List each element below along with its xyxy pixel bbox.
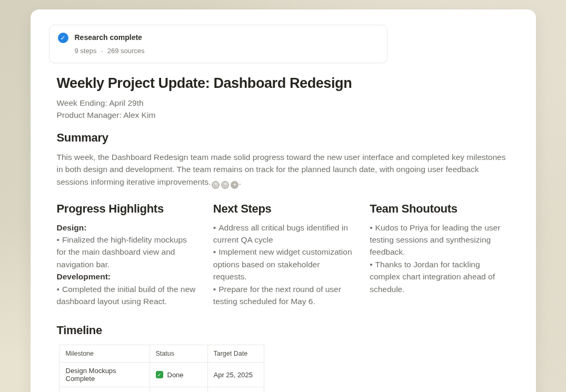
milestone-cell: Initial Dev Build: [59, 387, 150, 392]
steps-count: 9 steps: [75, 47, 97, 55]
bullet-item: •Completed the initial build of the new …: [57, 283, 196, 308]
bullet-marker: •: [213, 285, 216, 294]
status-cell: ✓Done: [150, 387, 207, 392]
bold-label: Design:: [57, 222, 196, 234]
done-check-icon: ✓: [156, 371, 163, 378]
bullet-item: •Prepare for the next round of user test…: [213, 283, 353, 308]
milestone-cell: Design Mockups Complete: [59, 363, 150, 387]
summary-text: This week, the Dashboard Redesign team m…: [57, 153, 506, 186]
bullet-marker: •: [370, 223, 372, 232]
date-cell: Apr 28, 2025: [207, 387, 264, 392]
header-milestone: Milestone: [59, 345, 150, 363]
bold-label: Development:: [57, 270, 196, 283]
table-row: Initial Dev Build ✓Done Apr 28, 2025: [59, 387, 264, 392]
columns-section: Progress Highlights Design: •Finalized t…: [57, 202, 510, 308]
summary-heading: Summary: [57, 130, 510, 145]
table-header-row: Milestone Status Target Date: [59, 345, 264, 363]
next-steps-heading: Next Steps: [213, 202, 353, 216]
header-target-date: Target Date: [207, 345, 264, 363]
header-status: Status: [150, 345, 207, 363]
column-team-shoutouts: Team Shoutouts •Kudos to Priya for leadi…: [370, 202, 509, 308]
date-cell: Apr 25, 2025: [207, 363, 264, 387]
timeline-table: Milestone Status Target Date Design Mock…: [59, 345, 264, 392]
timeline-heading: Timeline: [57, 323, 510, 337]
bullet-marker: •: [213, 223, 216, 232]
status-cell: ✓Done: [150, 363, 207, 387]
banner-text-block: Research complete 9 steps · 269 sources: [75, 33, 145, 55]
bullet-marker: •: [370, 260, 372, 269]
sources-count: 269 sources: [107, 47, 145, 55]
bullet-item: •Address all critical bugs identified in…: [213, 222, 353, 246]
bullet-item: •Finalized the high-fidelity mockups for…: [57, 234, 196, 270]
meta-week-ending: Week Ending: April 29th: [57, 97, 510, 109]
meta-separator: ·: [101, 47, 103, 55]
notion-source-icon[interactable]: N: [221, 181, 229, 189]
notion-source-icon[interactable]: N: [212, 181, 220, 189]
progress-highlights-heading: Progress Highlights: [57, 202, 196, 216]
team-shoutouts-heading: Team Shoutouts: [370, 202, 509, 216]
research-complete-check-icon: ✓: [58, 33, 68, 43]
bullet-item: •Implement new widget customization opti…: [213, 246, 353, 283]
timeline-section: Timeline Milestone Status Target Date De…: [57, 323, 510, 392]
bullet-marker: •: [213, 247, 216, 256]
research-meta: 9 steps · 269 sources: [75, 47, 145, 55]
table-row: Design Mockups Complete ✓Done Apr 25, 20…: [59, 363, 264, 387]
research-complete-title: Research complete: [75, 33, 145, 42]
citation-group: NN+: [212, 181, 239, 189]
summary-period: .: [239, 177, 241, 186]
column-next-steps: Next Steps •Address all critical bugs id…: [213, 202, 353, 308]
summary-paragraph: This week, the Dashboard Redesign team m…: [57, 151, 510, 189]
slack-source-icon[interactable]: +: [231, 181, 239, 189]
column-progress-highlights: Progress Highlights Design: •Finalized t…: [57, 202, 196, 308]
research-complete-banner[interactable]: ✓ Research complete 9 steps · 269 source…: [49, 25, 388, 63]
bullet-marker: •: [57, 235, 59, 244]
document-page: ✓ Research complete 9 steps · 269 source…: [31, 9, 536, 392]
bullet-marker: •: [57, 285, 59, 294]
bullet-item: •Thanks to Jordan for tackling complex c…: [370, 258, 509, 295]
bullet-item: •Kudos to Priya for leading the user tes…: [370, 222, 509, 258]
page-title: Weekly Project Update: Dashboard Redesig…: [57, 75, 510, 92]
meta-product-manager: Product Manager: Alex Kim: [57, 109, 510, 121]
